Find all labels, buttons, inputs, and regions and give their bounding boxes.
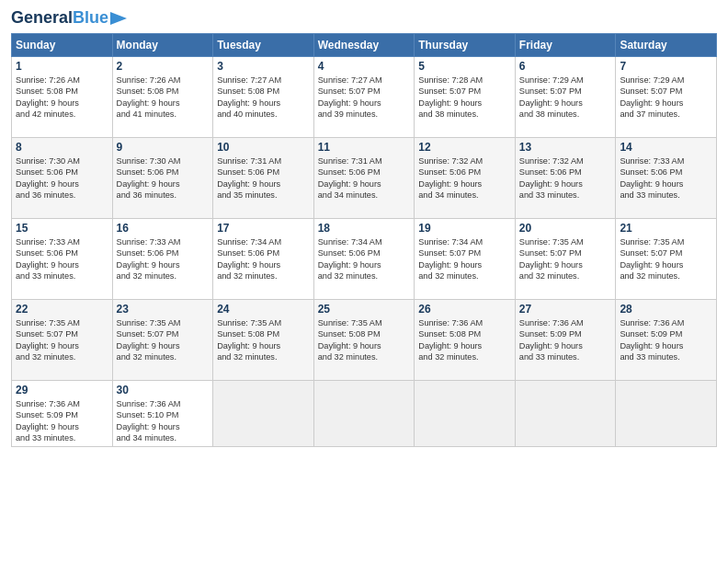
calendar-cell: 10Sunrise: 7:31 AMSunset: 5:06 PMDayligh… bbox=[213, 137, 314, 218]
calendar-cell: 29Sunrise: 7:36 AMSunset: 5:09 PMDayligh… bbox=[12, 380, 113, 447]
calendar-header-saturday: Saturday bbox=[616, 33, 717, 56]
cell-content: Sunrise: 7:28 AMSunset: 5:07 PMDaylight:… bbox=[418, 75, 511, 121]
calendar-header-tuesday: Tuesday bbox=[213, 33, 314, 56]
calendar-cell: 28Sunrise: 7:36 AMSunset: 5:09 PMDayligh… bbox=[616, 299, 717, 380]
day-number: 30 bbox=[117, 384, 210, 396]
day-number: 9 bbox=[117, 141, 210, 154]
cell-content: Sunrise: 7:33 AMSunset: 5:06 PMDaylight:… bbox=[117, 236, 210, 282]
day-number: 10 bbox=[217, 141, 310, 154]
header: GeneralBlue bbox=[11, 9, 717, 28]
day-number: 22 bbox=[16, 303, 108, 316]
day-number: 26 bbox=[418, 303, 511, 316]
day-number: 16 bbox=[117, 222, 210, 235]
day-number: 24 bbox=[217, 303, 310, 316]
calendar-table: SundayMondayTuesdayWednesdayThursdayFrid… bbox=[11, 33, 717, 448]
calendar-cell: 27Sunrise: 7:36 AMSunset: 5:09 PMDayligh… bbox=[515, 299, 616, 380]
calendar-cell: 3Sunrise: 7:27 AMSunset: 5:08 PMDaylight… bbox=[213, 56, 314, 137]
cell-content: Sunrise: 7:34 AMSunset: 5:06 PMDaylight:… bbox=[318, 236, 411, 282]
cell-content: Sunrise: 7:31 AMSunset: 5:06 PMDaylight:… bbox=[217, 155, 310, 201]
calendar-cell: 14Sunrise: 7:33 AMSunset: 5:06 PMDayligh… bbox=[616, 137, 717, 218]
day-number: 21 bbox=[620, 222, 712, 235]
cell-content: Sunrise: 7:26 AMSunset: 5:08 PMDaylight:… bbox=[117, 75, 210, 121]
calendar-header-thursday: Thursday bbox=[415, 33, 516, 56]
cell-content: Sunrise: 7:35 AMSunset: 5:07 PMDaylight:… bbox=[117, 317, 210, 363]
calendar-cell: 5Sunrise: 7:28 AMSunset: 5:07 PMDaylight… bbox=[415, 56, 516, 137]
day-number: 5 bbox=[418, 60, 511, 73]
calendar-cell: 8Sunrise: 7:30 AMSunset: 5:06 PMDaylight… bbox=[12, 137, 113, 218]
day-number: 20 bbox=[519, 222, 612, 235]
day-number: 25 bbox=[318, 303, 411, 316]
calendar-cell: 15Sunrise: 7:33 AMSunset: 5:06 PMDayligh… bbox=[12, 218, 113, 299]
cell-content: Sunrise: 7:30 AMSunset: 5:06 PMDaylight:… bbox=[117, 155, 210, 201]
calendar-cell: 12Sunrise: 7:32 AMSunset: 5:06 PMDayligh… bbox=[415, 137, 516, 218]
svg-marker-0 bbox=[110, 12, 127, 25]
day-number: 18 bbox=[318, 222, 411, 235]
day-number: 19 bbox=[418, 222, 511, 235]
day-number: 17 bbox=[217, 222, 310, 235]
day-number: 12 bbox=[418, 141, 511, 154]
calendar-cell: 6Sunrise: 7:29 AMSunset: 5:07 PMDaylight… bbox=[515, 56, 616, 137]
day-number: 28 bbox=[620, 303, 712, 316]
calendar-week-row: 15Sunrise: 7:33 AMSunset: 5:06 PMDayligh… bbox=[12, 218, 717, 299]
calendar-cell: 21Sunrise: 7:35 AMSunset: 5:07 PMDayligh… bbox=[616, 218, 717, 299]
cell-content: Sunrise: 7:26 AMSunset: 5:08 PMDaylight:… bbox=[16, 75, 108, 121]
calendar-header-friday: Friday bbox=[515, 33, 616, 56]
cell-content: Sunrise: 7:35 AMSunset: 5:08 PMDaylight:… bbox=[318, 317, 411, 363]
calendar-cell: 11Sunrise: 7:31 AMSunset: 5:06 PMDayligh… bbox=[313, 137, 415, 218]
calendar-cell: 16Sunrise: 7:33 AMSunset: 5:06 PMDayligh… bbox=[112, 218, 213, 299]
calendar-cell: 7Sunrise: 7:29 AMSunset: 5:07 PMDaylight… bbox=[616, 56, 717, 137]
calendar-cell: 22Sunrise: 7:35 AMSunset: 5:07 PMDayligh… bbox=[12, 299, 113, 380]
day-number: 15 bbox=[16, 222, 108, 235]
calendar-cell bbox=[515, 380, 616, 447]
calendar-cell: 20Sunrise: 7:35 AMSunset: 5:07 PMDayligh… bbox=[515, 218, 616, 299]
cell-content: Sunrise: 7:36 AMSunset: 5:09 PMDaylight:… bbox=[519, 317, 612, 363]
calendar-week-row: 22Sunrise: 7:35 AMSunset: 5:07 PMDayligh… bbox=[12, 299, 717, 380]
calendar-cell: 18Sunrise: 7:34 AMSunset: 5:06 PMDayligh… bbox=[313, 218, 415, 299]
cell-content: Sunrise: 7:36 AMSunset: 5:08 PMDaylight:… bbox=[418, 317, 511, 363]
calendar-header-monday: Monday bbox=[112, 33, 213, 56]
calendar-cell bbox=[415, 380, 516, 447]
calendar-cell: 19Sunrise: 7:34 AMSunset: 5:07 PMDayligh… bbox=[415, 218, 516, 299]
cell-content: Sunrise: 7:29 AMSunset: 5:07 PMDaylight:… bbox=[519, 75, 612, 121]
cell-content: Sunrise: 7:29 AMSunset: 5:07 PMDaylight:… bbox=[620, 75, 712, 121]
day-number: 29 bbox=[16, 384, 108, 396]
calendar-week-row: 8Sunrise: 7:30 AMSunset: 5:06 PMDaylight… bbox=[12, 137, 717, 218]
calendar-cell: 1Sunrise: 7:26 AMSunset: 5:08 PMDaylight… bbox=[12, 56, 113, 137]
logo-arrow-icon bbox=[110, 12, 127, 25]
calendar-header-row: SundayMondayTuesdayWednesdayThursdayFrid… bbox=[12, 33, 717, 56]
day-number: 3 bbox=[217, 60, 310, 73]
cell-content: Sunrise: 7:35 AMSunset: 5:07 PMDaylight:… bbox=[519, 236, 612, 282]
logo-text: GeneralBlue bbox=[11, 9, 108, 28]
cell-content: Sunrise: 7:36 AMSunset: 5:09 PMDaylight:… bbox=[16, 398, 108, 444]
calendar-cell: 9Sunrise: 7:30 AMSunset: 5:06 PMDaylight… bbox=[112, 137, 213, 218]
cell-content: Sunrise: 7:27 AMSunset: 5:08 PMDaylight:… bbox=[217, 75, 310, 121]
day-number: 14 bbox=[620, 141, 712, 154]
day-number: 1 bbox=[16, 60, 108, 73]
cell-content: Sunrise: 7:32 AMSunset: 5:06 PMDaylight:… bbox=[418, 155, 511, 201]
calendar-cell bbox=[213, 380, 314, 447]
cell-content: Sunrise: 7:33 AMSunset: 5:06 PMDaylight:… bbox=[620, 155, 712, 201]
calendar-cell: 30Sunrise: 7:36 AMSunset: 5:10 PMDayligh… bbox=[112, 380, 213, 447]
cell-content: Sunrise: 7:35 AMSunset: 5:08 PMDaylight:… bbox=[217, 317, 310, 363]
cell-content: Sunrise: 7:36 AMSunset: 5:09 PMDaylight:… bbox=[620, 317, 712, 363]
cell-content: Sunrise: 7:34 AMSunset: 5:06 PMDaylight:… bbox=[217, 236, 310, 282]
calendar-cell: 26Sunrise: 7:36 AMSunset: 5:08 PMDayligh… bbox=[415, 299, 516, 380]
day-number: 2 bbox=[117, 60, 210, 73]
calendar-week-row: 1Sunrise: 7:26 AMSunset: 5:08 PMDaylight… bbox=[12, 56, 717, 137]
calendar-header-wednesday: Wednesday bbox=[313, 33, 415, 56]
cell-content: Sunrise: 7:35 AMSunset: 5:07 PMDaylight:… bbox=[16, 317, 108, 363]
calendar-cell: 23Sunrise: 7:35 AMSunset: 5:07 PMDayligh… bbox=[112, 299, 213, 380]
cell-content: Sunrise: 7:27 AMSunset: 5:07 PMDaylight:… bbox=[318, 75, 411, 121]
cell-content: Sunrise: 7:33 AMSunset: 5:06 PMDaylight:… bbox=[16, 236, 108, 282]
day-number: 4 bbox=[318, 60, 411, 73]
day-number: 7 bbox=[620, 60, 712, 73]
day-number: 27 bbox=[519, 303, 612, 316]
day-number: 8 bbox=[16, 141, 108, 154]
cell-content: Sunrise: 7:35 AMSunset: 5:07 PMDaylight:… bbox=[620, 236, 712, 282]
calendar-cell: 25Sunrise: 7:35 AMSunset: 5:08 PMDayligh… bbox=[313, 299, 415, 380]
cell-content: Sunrise: 7:31 AMSunset: 5:06 PMDaylight:… bbox=[318, 155, 411, 201]
page-container: GeneralBlue SundayMondayTuesdayWednesday… bbox=[0, 0, 728, 563]
cell-content: Sunrise: 7:30 AMSunset: 5:06 PMDaylight:… bbox=[16, 155, 108, 201]
calendar-cell: 4Sunrise: 7:27 AMSunset: 5:07 PMDaylight… bbox=[313, 56, 415, 137]
logo: GeneralBlue bbox=[11, 9, 127, 28]
